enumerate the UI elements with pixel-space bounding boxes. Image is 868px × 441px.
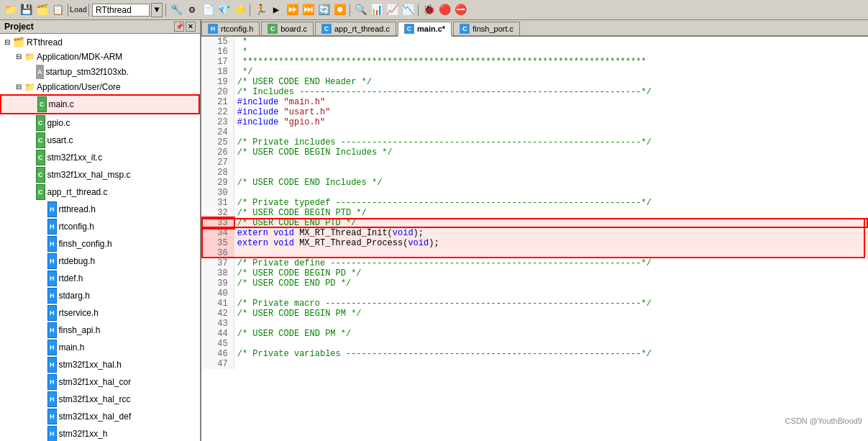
expand-icon[interactable]: ⊟ [13,81,24,93]
tab-app_rt_thread[interactable]: Capp_rt_thread.c [315,22,396,35]
toolbar-icon-run5[interactable]: 🔄 [316,3,331,17]
line-code[interactable]: /* Private typedef ---------------------… [234,198,868,208]
line-code[interactable]: #include "main.h" [234,97,868,107]
sidebar-item-rtdef-h[interactable]: Hrtdef.h [0,270,200,287]
sidebar-item-user-core[interactable]: ⊟📁Application/User/Core [0,80,200,94]
line-code[interactable]: /* Private variables -------------------… [234,349,868,359]
line-number: 29 [201,178,234,188]
toolbar-icon-run2[interactable]: ▶️ [269,3,283,17]
sidebar-item-gpio-c[interactable]: Cgpio.c [0,114,200,132]
sidebar-item-stm32f1xx_hal_rcc[interactable]: Hstm32f1xx_hal_rcc [0,391,200,408]
toolbar-icon-run1[interactable]: 🏃 [253,3,268,17]
sidebar-close-btn[interactable]: ✕ [186,22,196,32]
line-code[interactable] [234,339,868,349]
sidebar-item-finsh-config-h[interactable]: Hfinsh_config.h [0,235,200,253]
line-code[interactable]: /* USER CODE BEGIN PTD */ [234,208,868,218]
toolbar-icon-misc2[interactable]: 📊 [369,3,383,17]
toolbar-icon-3[interactable]: 🗂️ [35,3,49,17]
toolbar-icon-misc3[interactable]: 📈 [385,3,399,17]
toolbar-icon-build2[interactable]: ⚙️ [185,3,199,17]
sidebar-pin-btn[interactable]: 📌 [174,22,184,32]
line-code[interactable]: ****************************************… [234,57,868,67]
sidebar-item-rtdebug-h[interactable]: Hrtdebug.h [0,253,200,270]
code-editor[interactable]: 15 * 16 * 17 ***************************… [201,37,868,441]
toolbar-icon-run6[interactable]: ⏺️ [332,3,347,17]
sidebar-item-app-rt-thread[interactable]: Capp_rt_thread.c [0,183,200,201]
line-code[interactable]: extern void MX_RT_Thread_Process(void); [234,238,868,248]
toolbar-icon-star[interactable]: ⭐ [232,3,247,17]
sidebar-item-rtthread-h[interactable]: Hrtthread.h [0,201,200,218]
line-code[interactable]: /* USER CODE END Header */ [234,77,868,87]
sidebar-item-usart-c[interactable]: Cusart.c [0,132,200,149]
line-code[interactable]: /* USER CODE BEGIN PM */ [234,309,868,319]
line-code[interactable]: /* USER CODE END PM */ [234,329,868,339]
c-file-icon: C [36,132,45,148]
line-code[interactable] [234,288,868,299]
tab-main[interactable]: Cmain.c* [398,22,452,37]
line-code[interactable]: /* USER CODE END PD */ [234,278,868,288]
line-code[interactable]: /* Private macro -----------------------… [234,299,868,309]
project-dropdown[interactable]: ▼ [151,3,163,17]
code-line-38: 38/* USER CODE BEGIN PD */ [201,268,868,278]
line-code[interactable] [234,158,868,168]
tree-item-label: app_rt_thread.c [47,186,108,199]
line-code[interactable] [234,168,868,178]
sidebar-item-main-c[interactable]: Cmain.c [0,94,200,114]
sidebar-item-stm32f1xx_hal_msp[interactable]: Cstm32f1xx_hal_msp.c [0,166,200,183]
toolbar-icon-open[interactable]: 📁 [3,3,17,17]
toolbar-icon-debug3[interactable]: ⛔ [453,3,467,17]
toolbar-icon-misc1[interactable]: 🔍 [353,3,367,17]
sidebar-item-startup[interactable]: Astartup_stm32f103xb. [0,64,200,80]
line-code[interactable]: #include "gpio.h" [234,117,868,127]
toolbar-icon-copy[interactable]: 📄 [201,3,215,17]
tab-icon-app_rt_thread: C [321,24,332,34]
sidebar-item-rtconfig-h[interactable]: Hrtconfig.h [0,218,200,235]
line-code[interactable] [234,319,868,329]
sidebar-item-stm32f1xx_hal_cor[interactable]: Hstm32f1xx_hal_cor [0,373,200,391]
sidebar-item-finsh-api-h[interactable]: Hfinsh_api.h [0,322,200,339]
line-code[interactable]: /* USER CODE END PTD */ [234,218,868,228]
sidebar-item-root[interactable]: ⊟🗂️RTthread [0,35,200,50]
code-line-35: 35extern void MX_RT_Thread_Process(void)… [201,238,868,248]
toolbar-icon-save[interactable]: 💾 [19,3,33,17]
line-code[interactable]: #include "usart.h" [234,107,868,117]
toolbar-icon-diamond[interactable]: 💎 [216,3,231,17]
expand-icon[interactable]: ⊟ [1,37,13,48]
line-number: 47 [201,359,234,369]
sidebar-item-rtservice-h[interactable]: Hrtservice.h [0,304,200,322]
toolbar-icon-run3[interactable]: ⏩ [285,3,299,17]
expand-icon[interactable]: ⊟ [13,51,24,63]
tab-finsh_port[interactable]: Cfinsh_port.c [453,22,520,35]
project-name-input[interactable]: RTthread [92,4,150,17]
sidebar-item-stm32f1xx_hal-h[interactable]: Hstm32f1xx_hal.h [0,356,200,373]
line-code[interactable]: extern void MX_RT_Thread_Init(void); [234,228,868,238]
line-code[interactable]: * [234,47,868,57]
line-code[interactable] [234,248,868,258]
line-code[interactable]: /* USER CODE BEGIN PD */ [234,268,868,278]
line-code[interactable]: /* Private includes --------------------… [234,137,868,147]
sidebar-item-stm32f1xx_hal_def[interactable]: Hstm32f1xx_hal_def [0,408,200,425]
toolbar-icon-debug1[interactable]: 🐞 [421,3,436,17]
line-code[interactable]: /* USER CODE BEGIN Includes */ [234,147,868,158]
toolbar-icon-load[interactable]: Load [71,3,86,17]
sidebar-item-stm32f1xx_it[interactable]: Cstm32f1xx_it.c [0,149,200,166]
sidebar-item-mdk-arm[interactable]: ⊟📁Application/MDK-ARM [0,50,200,64]
line-code[interactable] [234,127,868,137]
sidebar-item-stm32f1xx_h[interactable]: Hstm32f1xx_h [0,425,200,441]
toolbar-icon-run4[interactable]: ⏭️ [301,3,315,17]
toolbar-icon-misc4[interactable]: 📉 [401,3,415,17]
line-code[interactable]: /* Private define ----------------------… [234,258,868,268]
line-code[interactable]: /* Includes ----------------------------… [234,87,868,97]
sidebar-item-stdarg-h[interactable]: Hstdarg.h [0,287,200,304]
line-code[interactable] [234,359,868,369]
line-code[interactable]: /* USER CODE END Includes */ [234,178,868,188]
tab-rtconfig[interactable]: Hrtconfig.h [201,22,260,35]
toolbar-icon-build1[interactable]: 🔧 [169,3,183,17]
toolbar-icon-4[interactable]: 📋 [50,3,65,17]
line-code[interactable] [234,188,868,198]
line-code[interactable]: * [234,37,868,47]
sidebar-item-main-h[interactable]: Hmain.h [0,339,200,356]
toolbar-icon-debug2[interactable]: 🔴 [437,3,452,17]
tab-board[interactable]: Cboard.c [261,22,314,35]
line-code[interactable]: */ [234,67,868,77]
